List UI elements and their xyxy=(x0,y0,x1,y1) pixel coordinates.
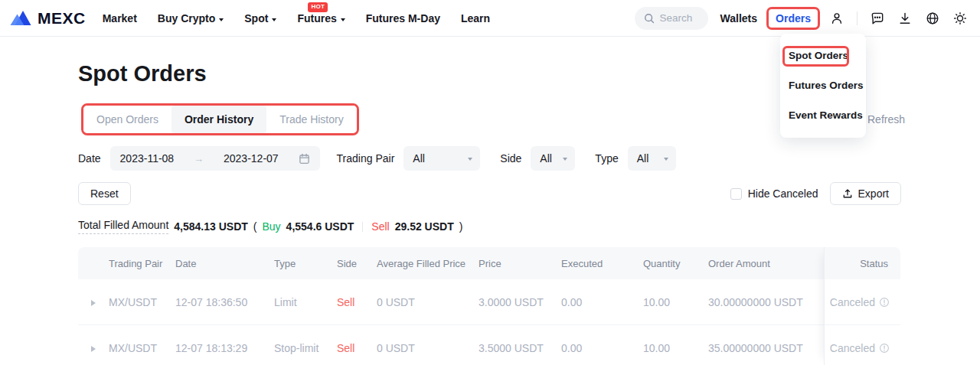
table-row[interactable]: MX/USDT 12-07 18:13:29 Stop-limit Sell 0… xyxy=(78,325,900,365)
col-average-filled-price: Average Filled Price xyxy=(377,258,479,269)
col-executed: Executed xyxy=(561,258,643,269)
menu-item-futures-orders[interactable]: Futures Orders xyxy=(789,77,866,95)
sell-value: 29.52 USDT xyxy=(395,220,454,233)
nav-orders-link[interactable]: Orders xyxy=(776,12,811,24)
buy-label: Buy xyxy=(262,220,280,233)
orders-dropdown-menu: Spot Orders Futures Orders Event Rewards xyxy=(780,34,866,138)
cell-date: 12-07 18:36:50 xyxy=(175,296,274,308)
cell-status: Canceled xyxy=(824,296,900,308)
hide-canceled-checkbox[interactable] xyxy=(730,188,742,200)
date-from-value: 2023-11-08 xyxy=(120,152,175,165)
cell-price: 3.5000 USDT xyxy=(479,342,561,354)
date-range-input[interactable]: 2023-11-08 → 2023-12-07 xyxy=(110,146,320,171)
cell-order-amount: 30.00000000 USDT xyxy=(708,296,824,308)
refresh-button[interactable]: Refresh xyxy=(867,113,905,125)
col-order-amount: Order Amount xyxy=(708,258,824,269)
hot-badge: HOT xyxy=(308,2,328,12)
nav-item-spot[interactable]: Spot xyxy=(244,12,276,24)
hide-canceled-label: Hide Canceled xyxy=(748,187,818,200)
table-body: MX/USDT 12-07 18:36:50 Limit Sell 0 USDT… xyxy=(78,279,900,365)
col-side: Side xyxy=(337,258,377,269)
chevron-down-icon xyxy=(219,18,224,24)
close-paren: ) xyxy=(459,220,463,233)
cell-side: Sell xyxy=(337,296,377,308)
col-quantity: Quantity xyxy=(643,258,708,269)
hide-canceled-toggle: Hide Canceled xyxy=(730,187,818,200)
col-date: Date xyxy=(175,258,274,269)
cell-trading-pair: MX/USDT xyxy=(109,342,175,354)
date-to-value: 2023-12-07 xyxy=(224,152,279,165)
cell-quantity: 10.00 xyxy=(643,342,708,354)
page-title: Spot Orders xyxy=(78,61,207,86)
col-price: Price xyxy=(479,258,561,269)
arrow-right-icon: → xyxy=(194,153,204,165)
globe-icon[interactable] xyxy=(925,11,940,26)
top-nav: MEXC Market Buy Crypto Spot HOT Futures … xyxy=(0,0,980,37)
search-icon xyxy=(644,13,655,24)
cell-price: 3.0000 USDT xyxy=(479,296,561,308)
caret-right-icon[interactable] xyxy=(91,300,99,306)
mexc-logo-icon xyxy=(9,9,32,28)
total-filled-value: 4,584.13 USDT xyxy=(174,220,248,233)
download-icon[interactable] xyxy=(897,11,913,26)
trading-pair-select[interactable]: All xyxy=(403,146,480,171)
chat-bubble-icon[interactable] xyxy=(870,11,885,26)
side-label: Side xyxy=(500,152,521,165)
filters-row: Date 2023-11-08 → 2023-12-07 Trading Pai… xyxy=(78,146,676,171)
user-icon[interactable] xyxy=(829,11,844,26)
date-label: Date xyxy=(78,152,101,165)
chevron-down-icon xyxy=(468,158,472,163)
sell-label: Sell xyxy=(371,220,389,233)
search-input[interactable]: Search xyxy=(635,7,708,30)
menu-item-event-rewards[interactable]: Event Rewards xyxy=(789,106,866,125)
col-type: Type xyxy=(274,258,337,269)
info-circle-icon[interactable] xyxy=(879,343,890,354)
annotation-orders-box: Orders xyxy=(766,7,820,30)
chevron-down-icon xyxy=(563,158,567,163)
type-label: Type xyxy=(595,152,618,165)
cell-type: Limit xyxy=(274,296,337,308)
mexc-logo[interactable]: MEXC xyxy=(9,9,86,28)
table-row[interactable]: MX/USDT 12-07 18:36:50 Limit Sell 0 USDT… xyxy=(78,279,900,325)
cell-trading-pair: MX/USDT xyxy=(109,296,175,308)
type-select[interactable]: All xyxy=(628,146,676,171)
col-status: Status xyxy=(824,258,900,269)
annotation-tabs-box: Open Orders Order History Trade History xyxy=(81,103,359,135)
calendar-icon xyxy=(299,153,310,165)
cell-executed: 0.00 xyxy=(561,342,643,354)
caret-right-icon[interactable] xyxy=(91,346,99,352)
side-select[interactable]: All xyxy=(531,146,575,171)
table-header-row: Trading Pair Date Type Side Average Fill… xyxy=(78,247,900,279)
open-paren: ( xyxy=(253,220,257,233)
reset-button[interactable]: Reset xyxy=(78,182,131,205)
tab-open-orders[interactable]: Open Orders xyxy=(83,106,172,133)
upload-icon xyxy=(842,188,853,199)
total-filled-label[interactable]: Total Filled Amount xyxy=(78,219,168,234)
total-filled-summary: Total Filled Amount 4,584.13 USDT ( Buy … xyxy=(78,219,462,234)
nav-item-learn[interactable]: Learn xyxy=(461,12,490,24)
cell-side: Sell xyxy=(337,342,377,354)
nav-wallets-link[interactable]: Wallets xyxy=(720,12,758,24)
cell-status: Canceled xyxy=(824,342,900,354)
export-button[interactable]: Export xyxy=(830,182,901,205)
col-trading-pair: Trading Pair xyxy=(109,258,175,269)
summary-divider xyxy=(362,222,363,232)
trading-pair-label: Trading Pair xyxy=(337,152,395,165)
nav-item-buy-crypto[interactable]: Buy Crypto xyxy=(158,12,224,24)
logo-text: MEXC xyxy=(38,9,86,28)
nav-item-market[interactable]: Market xyxy=(103,12,137,24)
search-placeholder: Search xyxy=(660,12,693,24)
chevron-down-icon xyxy=(341,18,345,24)
tab-trade-history[interactable]: Trade History xyxy=(266,106,357,133)
order-tabs: Open Orders Order History Trade History xyxy=(83,106,357,133)
chevron-down-icon xyxy=(664,158,668,163)
actions-row: Reset Hide Canceled Export xyxy=(78,182,901,205)
tab-order-history[interactable]: Order History xyxy=(172,106,266,133)
sun-icon[interactable] xyxy=(952,11,968,26)
nav-item-futures-m-day[interactable]: Futures M-Day xyxy=(366,12,440,24)
menu-item-spot-orders[interactable]: Spot Orders xyxy=(789,47,866,65)
cell-date: 12-07 18:13:29 xyxy=(175,342,274,354)
nav-item-futures[interactable]: HOT Futures xyxy=(297,12,345,24)
info-circle-icon[interactable] xyxy=(879,297,890,308)
cell-average-filled-price: 0 USDT xyxy=(377,342,479,354)
